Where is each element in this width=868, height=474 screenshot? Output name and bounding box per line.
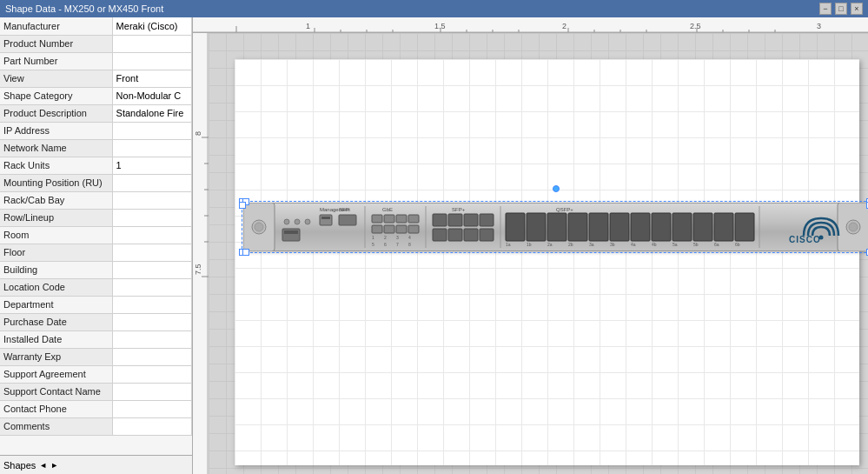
svg-rect-72 xyxy=(448,214,462,226)
maximize-button[interactable]: □ xyxy=(835,3,847,15)
svg-text:1b: 1b xyxy=(527,242,532,247)
shape-data-row: Floor xyxy=(0,244,192,261)
svg-text:1: 1 xyxy=(306,22,310,30)
svg-rect-58 xyxy=(384,225,394,233)
svg-rect-47 xyxy=(320,215,332,225)
shape-data-row: Support Agreement xyxy=(0,365,192,383)
minimize-button[interactable]: − xyxy=(819,3,832,15)
shape-data-value[interactable] xyxy=(112,330,191,348)
shapes-arrow-right[interactable]: ► xyxy=(50,461,58,470)
shape-data-label: Purchase Date xyxy=(0,313,112,330)
main-layout: ManufacturerMeraki (Cisco)Product Number… xyxy=(0,17,868,474)
shape-data-row: Rack/Cab Bay xyxy=(0,191,192,209)
shape-data-row: Product DescriptionStandalone Fire xyxy=(0,104,192,122)
shape-data-value[interactable] xyxy=(112,296,191,313)
shape-data-panel: ManufacturerMeraki (Cisco)Product Number… xyxy=(0,17,193,474)
device-container[interactable]: Management SFP GbE xyxy=(243,203,868,251)
shape-data-row: Installed Date xyxy=(0,330,192,348)
shape-data-label: Comments xyxy=(0,417,112,435)
svg-rect-24 xyxy=(193,33,209,474)
svg-text:QSFP+: QSFP+ xyxy=(556,207,573,212)
shape-data-value[interactable] xyxy=(112,139,191,157)
shape-data-value[interactable]: Meraki (Cisco) xyxy=(112,17,191,35)
svg-text:4: 4 xyxy=(408,235,411,240)
shapes-bottom-bar: Shapes ◄ ► xyxy=(0,455,192,474)
svg-point-37 xyxy=(255,223,263,231)
shape-data-value[interactable]: Front xyxy=(112,70,191,87)
svg-text:2: 2 xyxy=(562,22,567,30)
svg-text:3a: 3a xyxy=(589,242,594,247)
canvas-content[interactable]: Management SFP GbE xyxy=(209,33,868,474)
svg-rect-75 xyxy=(433,229,447,241)
shape-data-label: Manufacturer xyxy=(0,17,112,35)
shape-data-value[interactable] xyxy=(112,209,191,226)
shape-data-value[interactable] xyxy=(112,417,191,435)
shape-data-row: Purchase Date xyxy=(0,313,192,330)
shape-data-row: Room xyxy=(0,226,192,244)
shape-data-label: IP Address xyxy=(0,122,112,139)
shape-data-label: Shape Category xyxy=(0,87,112,104)
svg-text:1.5: 1.5 xyxy=(434,22,446,30)
shape-data-label: Support Contact Name xyxy=(0,383,112,400)
shape-data-value[interactable] xyxy=(112,383,191,400)
title-bar: Shape Data - MX250 or MX450 Front − □ × xyxy=(0,0,868,17)
shape-data-value[interactable] xyxy=(112,244,191,261)
shape-data-value[interactable] xyxy=(112,348,191,365)
shape-data-value[interactable] xyxy=(112,52,191,70)
svg-rect-0 xyxy=(193,17,868,32)
svg-text:3b: 3b xyxy=(610,242,615,247)
svg-text:2.5: 2.5 xyxy=(690,22,701,30)
shape-data-label: Support Agreement xyxy=(0,365,112,383)
shapes-arrow-left[interactable]: ◄ xyxy=(39,461,47,470)
page-area: Management SFP GbE xyxy=(235,59,859,465)
shape-data-value[interactable] xyxy=(112,174,191,191)
shape-data-label: Rack/Cab Bay xyxy=(0,191,112,209)
svg-point-42 xyxy=(295,219,300,224)
shape-data-label: Part Number xyxy=(0,52,112,70)
shape-data-value[interactable] xyxy=(112,400,191,417)
svg-point-41 xyxy=(284,219,289,224)
shape-data-value[interactable] xyxy=(112,313,191,330)
svg-rect-85 xyxy=(589,213,608,241)
svg-text:5a: 5a xyxy=(673,242,678,247)
ruler-left-svg: 8 7.5 xyxy=(193,33,209,474)
shape-data-value[interactable] xyxy=(112,226,191,244)
shape-data-value[interactable] xyxy=(112,35,191,52)
svg-rect-90 xyxy=(693,213,712,241)
svg-rect-57 xyxy=(372,225,382,233)
shape-data-label: Floor xyxy=(0,244,112,261)
shape-data-value[interactable] xyxy=(112,365,191,383)
shapes-label: Shapes xyxy=(3,460,36,471)
shape-data-label: Room xyxy=(0,226,112,244)
svg-rect-53 xyxy=(372,215,382,223)
svg-point-43 xyxy=(305,219,310,224)
shape-data-value[interactable]: Standalone Fire xyxy=(112,104,191,122)
shape-data-row: Product Number xyxy=(0,35,192,52)
shape-data-value[interactable] xyxy=(112,191,191,209)
shape-data-value[interactable]: 1 xyxy=(112,157,191,174)
shape-data-row: ViewFront xyxy=(0,70,192,87)
svg-rect-48 xyxy=(321,217,330,219)
shape-data-label: Rack Units xyxy=(0,157,112,174)
svg-text:2: 2 xyxy=(384,235,387,240)
shape-data-value[interactable] xyxy=(112,122,191,139)
shape-data-label: Warranty Exp xyxy=(0,348,112,365)
close-button[interactable]: × xyxy=(851,3,863,15)
svg-rect-45 xyxy=(284,230,298,234)
svg-rect-81 xyxy=(506,213,525,241)
shape-data-row: Comments xyxy=(0,417,192,435)
shape-data-value[interactable]: Non-Modular C xyxy=(112,87,191,104)
shape-data-value[interactable] xyxy=(112,261,191,278)
shape-data-label: Row/Lineup xyxy=(0,209,112,226)
shape-data-row: Support Contact Name xyxy=(0,383,192,400)
svg-text:5: 5 xyxy=(372,242,374,247)
svg-rect-77 xyxy=(464,229,478,241)
svg-rect-91 xyxy=(714,213,733,241)
rotate-handle[interactable] xyxy=(553,185,560,192)
svg-text:6: 6 xyxy=(384,242,387,247)
shape-data-value[interactable] xyxy=(112,278,191,296)
ruler-top-svg: 1 1.5 2 2.5 3 xyxy=(193,17,868,32)
shape-data-row: Department xyxy=(0,296,192,313)
svg-rect-74 xyxy=(480,214,494,226)
window-controls: − □ × xyxy=(819,3,863,15)
